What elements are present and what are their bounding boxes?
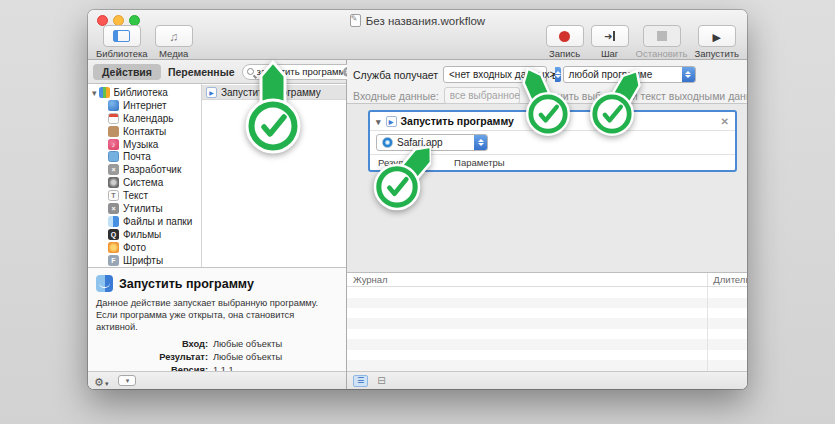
run-play-icon (713, 27, 721, 45)
category-calendar[interactable]: Календарь (88, 112, 201, 125)
category-files-folders[interactable]: Файлы и папки (88, 215, 201, 228)
log-list-view-button[interactable] (353, 375, 368, 387)
popup-stepper-icon (682, 67, 695, 82)
tab-actions[interactable]: Действия (93, 64, 161, 80)
category-movies[interactable]: QФильмы (88, 228, 201, 241)
category-utilities[interactable]: ×Утилиты (88, 202, 201, 215)
run-button[interactable]: Запустить (694, 25, 739, 59)
window-chrome: Без названия.workflow Библиотека Медиа З… (88, 10, 747, 60)
text-icon: T (108, 190, 119, 201)
category-contacts[interactable]: Контакты (88, 125, 201, 138)
category-label: Файлы и папки (123, 216, 192, 227)
category-label: Фото (123, 242, 146, 253)
library-button-label: Библиотека (96, 48, 148, 59)
log-pane: Журнал Длительность (347, 272, 747, 371)
log-bottom-bar (347, 371, 747, 389)
stop-icon (657, 31, 667, 41)
input-data-popup: все выбранное (444, 87, 520, 104)
tab-variables[interactable]: Переменные (161, 64, 242, 80)
toggle-info-panel-button[interactable] (118, 375, 136, 386)
checkmark-marker-search (233, 41, 313, 171)
media-note-icon (169, 27, 178, 45)
fonts-icon: F (108, 255, 119, 266)
toolbar: Библиотека Медиа Запись Шаг Останов (88, 25, 747, 60)
category-label: Почта (123, 151, 151, 162)
category-label: Фильмы (123, 229, 161, 240)
chevron-down-icon (104, 372, 109, 389)
gear-icon (94, 372, 104, 389)
category-fonts[interactable]: FШрифты (88, 254, 201, 267)
action-info-title: Запустить программу (119, 277, 254, 291)
service-receives-label: Служба получает (353, 69, 438, 81)
run-button-label: Запустить (694, 48, 739, 59)
category-label: Текст (123, 190, 148, 201)
category-label: Библиотека (114, 87, 168, 98)
spec-value: Любые объекты (213, 352, 338, 364)
category-system[interactable]: Система (88, 176, 201, 189)
globe-icon (108, 100, 119, 111)
input-data-label: Входные данные: (353, 90, 439, 102)
category-music[interactable]: ♪Музыка (88, 138, 201, 151)
movies-icon: Q (108, 229, 119, 240)
log-journal-column-header[interactable]: Журнал (347, 273, 708, 286)
category-label: Интернет (123, 100, 167, 111)
media-toolbar-button[interactable]: Медиа (155, 25, 193, 59)
library-columns-icon (113, 30, 130, 42)
desktop-background: Без названия.workflow Библиотека Медиа З… (0, 0, 835, 424)
action-info-panel: Запустить программу Данное действие запу… (88, 268, 346, 371)
popup-stepper-icon (474, 135, 487, 150)
category-mail[interactable]: Почта (88, 150, 201, 163)
system-gear-icon (108, 177, 119, 188)
checkmark-marker-input-popup (516, 46, 580, 150)
category-label: Музыка (123, 139, 158, 150)
category-internet[interactable]: Интернет (88, 99, 201, 112)
category-list: Библиотека Интернет Календарь Контакты ♪… (88, 84, 202, 267)
category-label: Контакты (123, 126, 166, 137)
music-icon: ♪ (108, 139, 119, 150)
automator-window: Без названия.workflow Библиотека Медиа З… (88, 10, 747, 389)
step-icon (604, 31, 615, 42)
utilities-icon: × (108, 203, 119, 214)
action-spec-table: Вход: Любые объекты Результат: Любые объ… (96, 339, 338, 371)
category-photos[interactable]: Фото (88, 241, 201, 254)
disclosure-triangle-icon[interactable] (92, 87, 99, 98)
log-duration-column-header[interactable]: Длительность (708, 273, 747, 286)
mail-icon (108, 151, 119, 162)
checkmark-marker-application-popup (580, 46, 644, 150)
spec-label: Вход: (96, 339, 208, 351)
category-label: Шрифты (123, 255, 163, 266)
action-description: Данное действие запускает выбранную прог… (96, 297, 338, 333)
spec-label: Результат: (96, 352, 208, 364)
remove-action-icon[interactable] (721, 116, 729, 127)
library-books-icon (99, 87, 110, 98)
calendar-icon (108, 113, 119, 124)
category-label: Календарь (123, 113, 173, 124)
library-toolbar-button[interactable]: Библиотека (96, 25, 148, 59)
photos-icon (108, 242, 119, 253)
record-icon (559, 31, 570, 42)
category-label: Разработчик (123, 164, 181, 175)
media-button-label: Медиа (159, 48, 188, 59)
action-menu-button[interactable] (94, 372, 108, 390)
checkmark-marker-app-chooser (363, 115, 431, 225)
category-pdf[interactable]: PPDF-файлы (88, 266, 201, 267)
sidebar-bottom-bar (88, 371, 346, 389)
run-application-action-icon (206, 87, 217, 98)
library-root-item[interactable]: Библиотека (88, 86, 201, 99)
finder-icon (96, 275, 113, 292)
files-folders-icon (108, 216, 119, 227)
options-link[interactable]: Параметры (454, 157, 505, 168)
log-rows (347, 287, 747, 371)
log-compact-view-button[interactable] (374, 375, 389, 387)
category-text[interactable]: TТекст (88, 189, 201, 202)
category-label: Система (123, 177, 163, 188)
input-data-value: все выбранное (450, 90, 520, 101)
log-header: Журнал Длительность (347, 273, 747, 287)
category-label: Утилиты (123, 203, 163, 214)
developer-icon: × (108, 164, 119, 175)
category-developer[interactable]: ×Разработчик (88, 163, 201, 176)
contacts-icon (108, 126, 119, 137)
spec-value: Любые объекты (213, 339, 338, 351)
